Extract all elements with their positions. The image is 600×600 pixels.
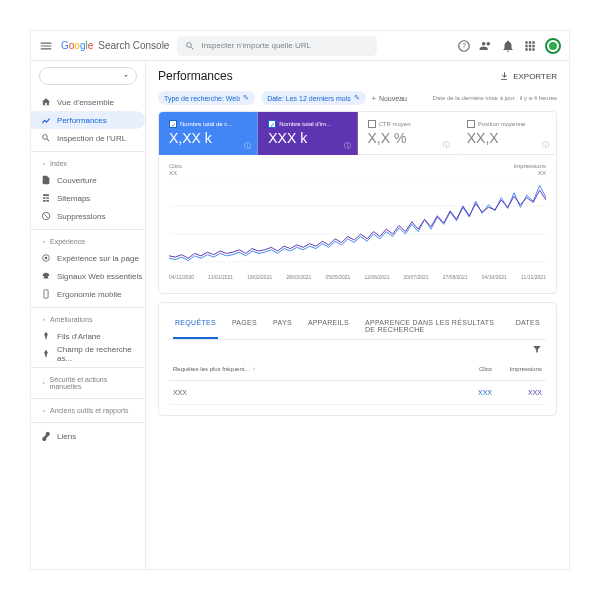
export-button[interactable]: EXPORTER — [499, 71, 557, 81]
checkbox-icon — [467, 120, 475, 128]
table-row[interactable]: XXXXXXXXX — [169, 381, 546, 405]
sidebar-section-security[interactable]: Sécurité et actions manuelles — [31, 372, 145, 394]
notifications-icon[interactable] — [501, 39, 515, 53]
sidebar-item-links[interactable]: Liens — [31, 427, 145, 445]
tab-appareils[interactable]: APPAREILS — [306, 313, 351, 339]
info-icon: ⓘ — [344, 141, 351, 151]
y-left-label: Clics — [169, 163, 182, 169]
edit-icon: ✎ — [243, 94, 249, 102]
svg-text:?: ? — [462, 42, 466, 49]
sort-up-icon: ↑ — [252, 366, 255, 372]
filter-icon[interactable] — [532, 344, 542, 354]
x-axis: 04/12/202011/01/202118/02/202128/03/2021… — [169, 274, 546, 280]
table-header-impressions[interactable]: Impressions — [492, 366, 542, 372]
sidebar-section-enhancements[interactable]: Améliorations — [31, 312, 145, 327]
info-icon: ⓘ — [244, 141, 251, 151]
metrics-row: ✓Nombre total de c...X,XX kⓘ✓Nombre tota… — [159, 112, 556, 155]
sidebar: Vue d'ensemble Performances Inspection d… — [31, 61, 146, 569]
metric-card-0[interactable]: ✓Nombre total de c...X,XX kⓘ — [159, 112, 258, 155]
tab-apparence dans les résultats de recherche[interactable]: APPARENCE DANS LES RÉSULTATS DE RECHERCH… — [363, 313, 502, 339]
sidebar-section-experience[interactable]: Expérience — [31, 234, 145, 249]
property-selector[interactable] — [39, 67, 137, 85]
download-icon — [499, 71, 509, 81]
table-header-query[interactable]: Requêtes les plus fréquent...↑ — [173, 366, 442, 372]
checkbox-icon: ✓ — [268, 120, 276, 128]
main-content: Performances EXPORTER Type de recherche:… — [146, 61, 569, 569]
tab-requêtes[interactable]: REQUÊTES — [173, 313, 218, 339]
metric-card-1[interactable]: ✓Nombre total d'im...XXX kⓘ — [258, 112, 357, 155]
performance-chart-card: ✓Nombre total de c...X,XX kⓘ✓Nombre tota… — [158, 111, 557, 294]
app-header: Google Search Console Inspecter n'import… — [31, 31, 569, 61]
speed-icon — [41, 271, 51, 281]
circle-icon — [41, 253, 51, 263]
sidebar-section-index[interactable]: Index — [31, 156, 145, 171]
chart-icon — [41, 115, 51, 125]
chevron-down-icon — [122, 72, 130, 80]
sidebar-item-mobile[interactable]: Ergonomie mobile — [31, 285, 145, 303]
tab-pages[interactable]: PAGES — [230, 313, 259, 339]
checkbox-icon — [368, 120, 376, 128]
svg-point-5 — [45, 257, 48, 260]
sitemap-icon — [41, 193, 51, 203]
tab-pays[interactable]: PAYS — [271, 313, 294, 339]
info-icon: ⓘ — [443, 140, 450, 150]
chevron-down-icon — [41, 317, 47, 323]
svg-rect-6 — [44, 290, 48, 298]
sidebar-item-sitemaps[interactable]: Sitemaps — [31, 189, 145, 207]
account-avatar[interactable] — [545, 38, 561, 54]
add-filter-button[interactable]: +Nouveau — [372, 95, 407, 102]
home-icon — [41, 97, 51, 107]
data-table-card: REQUÊTESPAGESPAYSAPPAREILSAPPARENCE DANS… — [158, 302, 557, 416]
sidebar-section-legacy[interactable]: Anciens outils et rapports — [31, 403, 145, 418]
tab-dates[interactable]: DATES — [514, 313, 542, 339]
page-title: Performances — [158, 69, 233, 83]
help-icon[interactable]: ? — [457, 39, 471, 53]
phone-icon — [41, 289, 51, 299]
apps-icon[interactable] — [523, 39, 537, 53]
edit-icon: ✎ — [354, 94, 360, 102]
chevron-right-icon — [41, 408, 47, 414]
metric-card-2[interactable]: CTR moyenX,X %ⓘ — [358, 112, 457, 155]
filter-chip-searchtype[interactable]: Type de recherche: Web✎ — [158, 91, 255, 105]
doc-icon — [41, 175, 51, 185]
chevron-down-icon — [41, 239, 47, 245]
people-icon[interactable] — [479, 39, 493, 53]
block-icon — [41, 211, 51, 221]
svg-line-3 — [44, 214, 49, 219]
checkbox-icon: ✓ — [169, 120, 177, 128]
sidebar-item-breadcrumbs[interactable]: Fils d'Ariane — [31, 327, 145, 345]
chevron-down-icon — [41, 161, 47, 167]
diamond-icon — [41, 349, 51, 359]
sidebar-item-page-exp[interactable]: Expérience sur la page — [31, 249, 145, 267]
sidebar-item-overview[interactable]: Vue d'ensemble — [31, 93, 145, 111]
performance-line-chart — [169, 178, 546, 268]
menu-icon[interactable] — [39, 39, 53, 53]
sidebar-item-inspection[interactable]: Inspection de l'URL — [31, 129, 145, 147]
diamond-icon — [41, 331, 51, 341]
chevron-right-icon — [41, 380, 47, 386]
table-tabs: REQUÊTESPAGESPAYSAPPAREILSAPPARENCE DANS… — [169, 313, 546, 340]
table-header-clicks[interactable]: Clics — [442, 366, 492, 372]
search-placeholder: Inspecter n'importe quelle URL — [201, 41, 311, 50]
sidebar-item-searchbox[interactable]: Champ de recherche as... — [31, 345, 145, 363]
search-icon — [41, 133, 51, 143]
sidebar-item-performances[interactable]: Performances — [31, 111, 145, 129]
product-logo: Google Search Console — [61, 40, 169, 51]
filter-chip-date[interactable]: Date: Les 12 derniers mois✎ — [261, 91, 366, 105]
link-icon — [41, 431, 51, 441]
sidebar-item-removals[interactable]: Suppressions — [31, 207, 145, 225]
y-right-label: Impressions — [514, 163, 546, 169]
sidebar-item-coverage[interactable]: Couverture — [31, 171, 145, 189]
url-inspect-search[interactable]: Inspecter n'importe quelle URL — [177, 36, 377, 56]
metric-card-3[interactable]: Position moyenneXX,Xⓘ — [457, 112, 556, 155]
plus-icon: + — [372, 95, 376, 102]
search-icon — [185, 41, 195, 51]
sidebar-item-cwv[interactable]: Signaux Web essentiels — [31, 267, 145, 285]
info-icon: ⓘ — [542, 140, 549, 150]
last-updated-text: Date de la dernière mise à jour : il y a… — [433, 95, 557, 101]
